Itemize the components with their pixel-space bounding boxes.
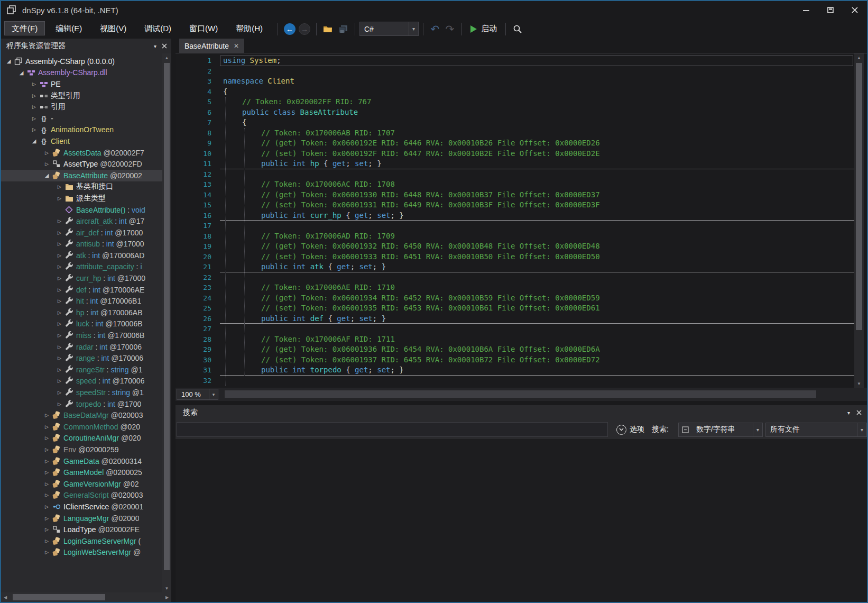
- tree-item[interactable]: ▷hp : int @170006AB: [1, 307, 171, 318]
- expander-collapsed-icon[interactable]: ▷: [55, 230, 64, 235]
- expander-collapsed-icon[interactable]: ▷: [55, 321, 64, 326]
- tree-item[interactable]: ▷atk : int @170006AD: [1, 250, 171, 261]
- expander-collapsed-icon[interactable]: ▷: [30, 104, 39, 109]
- expander-collapsed-icon[interactable]: ▷: [30, 81, 39, 87]
- editor-scrollbar-thumb[interactable]: [856, 63, 862, 330]
- expander-collapsed-icon[interactable]: ▷: [42, 527, 51, 532]
- tree-item[interactable]: ▷air_def : int @17000: [1, 227, 171, 239]
- expander-collapsed-icon[interactable]: ▷: [55, 276, 64, 281]
- chevron-down-icon[interactable]: ▾: [857, 423, 866, 436]
- scroll-right-icon[interactable]: ▶: [163, 592, 171, 602]
- editor-horizontal-scrollbar[interactable]: [220, 388, 867, 401]
- expander-collapsed-icon[interactable]: ▷: [55, 298, 64, 304]
- tree-item[interactable]: ▷AssetsData @020002F7: [1, 147, 171, 159]
- expander-collapsed-icon[interactable]: ▷: [55, 241, 64, 246]
- expander-collapsed-icon[interactable]: ▷: [42, 550, 51, 555]
- expander-collapsed-icon[interactable]: ▷: [55, 355, 64, 361]
- expander-collapsed-icon[interactable]: ▷: [55, 310, 64, 315]
- zoom-level-select[interactable]: 100 %: [177, 389, 209, 400]
- tree-item[interactable]: ▷miss : int @170006B: [1, 330, 171, 341]
- tree-item[interactable]: ▷antisub : int @17000: [1, 239, 171, 250]
- panel-close-icon[interactable]: [162, 42, 167, 50]
- editor-hscrollbar-thumb[interactable]: [225, 390, 816, 398]
- expander-collapsed-icon[interactable]: ▷: [42, 150, 51, 156]
- maximize-button[interactable]: [818, 1, 843, 19]
- expander-collapsed-icon[interactable]: ▷: [42, 424, 51, 430]
- tree-item[interactable]: ▷aircraft_atk : int @17: [1, 215, 171, 227]
- tree-item[interactable]: ▷基类和接口: [1, 181, 171, 193]
- expander-collapsed-icon[interactable]: ▷: [55, 344, 64, 350]
- scroll-down-icon[interactable]: ▼: [162, 584, 171, 592]
- close-button[interactable]: [843, 1, 867, 19]
- tree-item[interactable]: ▷{}-: [1, 113, 171, 124]
- expander-collapsed-icon[interactable]: ▷: [30, 93, 39, 98]
- tree-item[interactable]: ▷luck : int @170006B: [1, 318, 171, 330]
- tree-item[interactable]: ▷BaseDataMgr @020003: [1, 409, 171, 421]
- panel-close-icon[interactable]: [856, 408, 862, 417]
- expander-expanded-icon[interactable]: ◢: [17, 70, 26, 76]
- expander-collapsed-icon[interactable]: ▷: [42, 504, 51, 509]
- expander-collapsed-icon[interactable]: ▷: [42, 470, 51, 475]
- expander-collapsed-icon[interactable]: ▷: [42, 516, 51, 521]
- tree-item[interactable]: ▷speed : int @170006: [1, 376, 171, 387]
- tree-item[interactable]: ▷派生类型: [1, 193, 171, 204]
- expander-collapsed-icon[interactable]: ▷: [42, 447, 51, 452]
- tree-item[interactable]: ◢{}Client: [1, 135, 171, 147]
- expander-collapsed-icon[interactable]: ▷: [55, 378, 64, 383]
- expander-collapsed-icon[interactable]: ▷: [42, 435, 51, 441]
- tree-item[interactable]: ▷curr_hp : int @17000: [1, 272, 171, 284]
- undo-button[interactable]: ↶: [428, 22, 442, 36]
- tree-item[interactable]: ▷range : int @170006: [1, 352, 171, 364]
- menu-item-4[interactable]: 窗口(W): [182, 21, 225, 35]
- expander-collapsed-icon[interactable]: ▷: [55, 218, 64, 224]
- tree-item[interactable]: ▷引用: [1, 101, 171, 113]
- tree-item[interactable]: ▷radar : int @170006: [1, 341, 171, 353]
- minimize-button[interactable]: [794, 1, 818, 19]
- save-all-button[interactable]: [336, 22, 350, 36]
- menu-item-5[interactable]: 帮助(H): [228, 21, 270, 35]
- panel-menu-chevron-icon[interactable]: ▾: [154, 43, 156, 49]
- expander-collapsed-icon[interactable]: ▷: [55, 287, 64, 293]
- scroll-up-icon[interactable]: ▲: [162, 53, 171, 62]
- tree-item[interactable]: ▷LanguageMgr @02000: [1, 513, 171, 524]
- search-results-area[interactable]: [176, 439, 867, 602]
- tree-item[interactable]: ▷GeneralScript @020003: [1, 490, 171, 501]
- tree-item[interactable]: ▷LoadType @020002FE: [1, 524, 171, 535]
- tree-item[interactable]: ▷GameData @02000314: [1, 455, 171, 467]
- expander-collapsed-icon[interactable]: ▷: [55, 401, 64, 407]
- tree-item[interactable]: ▷{}AnimationOrTween: [1, 124, 171, 136]
- chevron-down-icon[interactable]: ▾: [409, 22, 418, 35]
- tree-item[interactable]: ▷CoroutineAniMgr @020: [1, 433, 171, 444]
- tab-close-icon[interactable]: ✕: [234, 42, 239, 50]
- tree-item[interactable]: ◢Assembly-CSharp (0.0.0.0): [1, 56, 171, 67]
- expander-collapsed-icon[interactable]: ▷: [55, 196, 64, 201]
- expander-collapsed-icon[interactable]: ▷: [42, 538, 51, 544]
- tree-horizontal-scrollbar[interactable]: ◀ ▶: [1, 592, 171, 602]
- expander-collapsed-icon[interactable]: ▷: [55, 264, 64, 269]
- expander-collapsed-icon[interactable]: ▷: [42, 459, 51, 464]
- menu-item-2[interactable]: 视图(V): [93, 21, 134, 35]
- expander-collapsed-icon[interactable]: ▷: [42, 413, 51, 418]
- editor-vertical-scrollbar[interactable]: ▲ ▼: [854, 53, 864, 388]
- options-chevron-icon[interactable]: [616, 425, 626, 435]
- expander-expanded-icon[interactable]: ◢: [42, 172, 51, 178]
- tree-item[interactable]: ◢Assembly-CSharp.dll: [1, 67, 171, 79]
- tree-item[interactable]: ▷类型引用: [1, 90, 171, 102]
- expander-collapsed-icon[interactable]: ▷: [55, 253, 64, 258]
- tree-item[interactable]: ▷GameVersionMgr @02: [1, 478, 171, 490]
- expander-collapsed-icon[interactable]: ▷: [30, 116, 39, 121]
- language-select[interactable]: C# ▾: [359, 22, 419, 36]
- panel-menu-chevron-icon[interactable]: ▾: [847, 410, 850, 416]
- tree-scrollbar-thumb[interactable]: [164, 63, 170, 570]
- panel-splitter-vertical[interactable]: [171, 39, 176, 602]
- expander-collapsed-icon[interactable]: ▷: [42, 481, 51, 487]
- expander-expanded-icon[interactable]: ◢: [30, 138, 39, 144]
- scroll-down-icon[interactable]: ▼: [854, 379, 864, 388]
- options-label[interactable]: 选项: [630, 425, 644, 434]
- tree-item[interactable]: ▷def : int @170006AE: [1, 284, 171, 296]
- tree-item[interactable]: ▷hit : int @170006B1: [1, 295, 171, 307]
- expander-collapsed-icon[interactable]: ▷: [42, 492, 51, 498]
- expander-collapsed-icon[interactable]: ▷: [55, 390, 64, 395]
- tree-item[interactable]: ▷LoginWebServerMgr @: [1, 547, 171, 559]
- search-assemblies-button[interactable]: [510, 22, 525, 36]
